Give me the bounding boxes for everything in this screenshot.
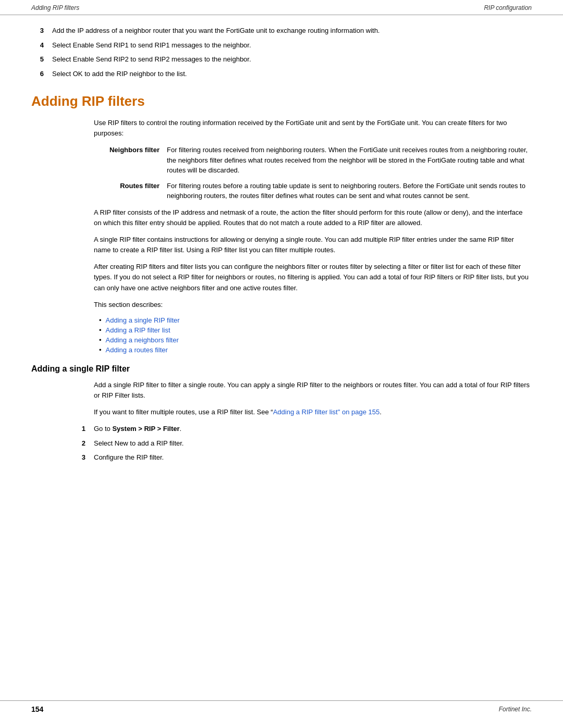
page-container: Adding RIP filters RIP configuration 3 A… bbox=[0, 0, 563, 728]
step-3-num: 3 bbox=[31, 26, 52, 36]
def-desc-routes: For filtering routes before a routing ta… bbox=[167, 181, 532, 201]
sub-step-1-bold: System > RIP > Filter bbox=[112, 425, 179, 433]
link-adding-list[interactable]: Adding a RIP filter list bbox=[106, 326, 170, 334]
def-desc-neighbors: For filtering routes received from neigh… bbox=[167, 145, 532, 176]
sub-step-2-num: 2 bbox=[73, 438, 94, 449]
sub-step-3-num: 3 bbox=[73, 452, 94, 463]
intro-paragraph: Use RIP filters to control the routing i… bbox=[94, 118, 532, 139]
this-section-label: This section describes: bbox=[94, 300, 532, 310]
bullet-item-routes: Adding a routes filter bbox=[99, 346, 532, 354]
step-5-num: 5 bbox=[31, 54, 52, 65]
para2: A single RIP filter contains instruction… bbox=[94, 235, 532, 255]
footer-company: Fortinet Inc. bbox=[499, 706, 532, 713]
def-term-neighbors: Neighbors filter bbox=[94, 145, 167, 176]
sub-step-1-num: 1 bbox=[73, 424, 94, 434]
sub-para2-link[interactable]: Adding a RIP filter list" on page 155 bbox=[273, 408, 380, 416]
sub-para2: If you want to filter multiple routes, u… bbox=[94, 407, 532, 417]
bullet-links-list: Adding a single RIP filter Adding a RIP … bbox=[99, 316, 532, 354]
sub-para2-suffix: . bbox=[380, 408, 382, 416]
page-content: 3 Add the IP address of a neighbor route… bbox=[0, 15, 563, 488]
bullet-item-list: Adding a RIP filter list bbox=[99, 326, 532, 334]
step-4: 4 Select Enable Send RIP1 to send RIP1 m… bbox=[31, 40, 532, 51]
sub-step-1: 1 Go to System > RIP > Filter. bbox=[73, 424, 532, 434]
bullet-item-single: Adding a single RIP filter bbox=[99, 316, 532, 324]
def-item-neighbors: Neighbors filter For filtering routes re… bbox=[94, 145, 532, 176]
sub-para2-prefix: If you want to filter multiple routes, u… bbox=[94, 408, 273, 416]
sub-step-3-text: Configure the RIP filter. bbox=[94, 452, 532, 463]
header-left: Adding RIP filters bbox=[31, 4, 79, 11]
top-steps: 3 Add the IP address of a neighbor route… bbox=[31, 26, 532, 79]
link-adding-neighbors[interactable]: Adding a neighbors filter bbox=[106, 336, 179, 344]
step-5: 5 Select Enable Send RIP2 to send RIP2 m… bbox=[31, 54, 532, 65]
step-5-text: Select Enable Send RIP2 to send RIP2 mes… bbox=[52, 54, 532, 65]
sub-step-2: 2 Select New to add a RIP filter. bbox=[73, 438, 532, 449]
sub-step-1-text: Go to System > RIP > Filter. bbox=[94, 424, 532, 434]
sub-steps: 1 Go to System > RIP > Filter. 2 Select … bbox=[31, 424, 532, 463]
sub-section-heading: Adding a single RIP filter bbox=[31, 364, 532, 374]
bullet-item-neighbors: Adding a neighbors filter bbox=[99, 336, 532, 344]
def-item-routes: Routes filter For filtering routes befor… bbox=[94, 181, 532, 201]
step-4-num: 4 bbox=[31, 40, 52, 51]
footer-page-number: 154 bbox=[31, 705, 43, 713]
step-3: 3 Add the IP address of a neighbor route… bbox=[31, 26, 532, 36]
link-adding-routes[interactable]: Adding a routes filter bbox=[106, 346, 168, 354]
step-3-text: Add the IP address of a neighbor router … bbox=[52, 26, 532, 36]
sub-para1: Add a single RIP filter to filter a sing… bbox=[94, 380, 532, 401]
step-6-text: Select OK to add the RIP neighbor to the… bbox=[52, 69, 532, 79]
link-adding-single[interactable]: Adding a single RIP filter bbox=[106, 316, 180, 324]
sub-step-2-text: Select New to add a RIP filter. bbox=[94, 438, 532, 449]
def-term-routes: Routes filter bbox=[94, 181, 167, 201]
step-6: 6 Select OK to add the RIP neighbor to t… bbox=[31, 69, 532, 79]
definition-list: Neighbors filter For filtering routes re… bbox=[94, 145, 532, 201]
step-4-text: Select Enable Send RIP1 to send RIP1 mes… bbox=[52, 40, 532, 51]
main-section-heading: Adding RIP filters bbox=[31, 93, 532, 109]
step-6-num: 6 bbox=[31, 69, 52, 79]
para3: After creating RIP filters and filter li… bbox=[94, 262, 532, 293]
sub-step-3: 3 Configure the RIP filter. bbox=[73, 452, 532, 463]
header-right: RIP configuration bbox=[484, 4, 532, 11]
footer-bar: 154 Fortinet Inc. bbox=[0, 700, 563, 718]
header-bar: Adding RIP filters RIP configuration bbox=[0, 0, 563, 15]
para1: A RIP filter consists of the IP address … bbox=[94, 207, 532, 228]
